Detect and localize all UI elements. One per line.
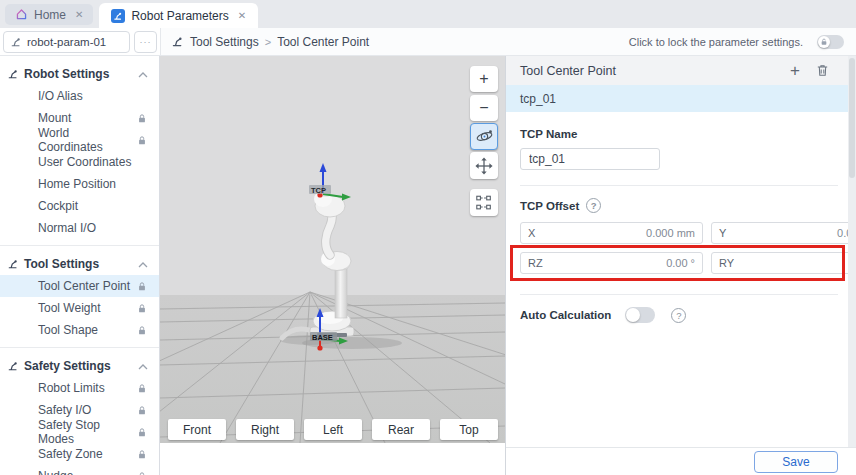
lock-icon [137,405,147,416]
axis-label: X [521,227,546,239]
add-tcp-button[interactable]: + [790,62,800,79]
offset-x-input[interactable] [546,227,702,239]
tcp-item-label: tcp_01 [520,92,556,106]
robot-arm-icon [7,258,19,270]
auto-calculation-toggle[interactable] [625,307,655,323]
tab-robot-parameters[interactable]: Robot Parameters ✕ [99,3,258,28]
sidebar: Robot Settings I/O Alias Mount World Coo… [0,56,160,475]
zoom-out-button[interactable]: − [470,95,498,121]
orbit-mode-button[interactable] [470,123,498,150]
scrollbar-thumb[interactable] [849,58,855,178]
tcp-name-input[interactable] [520,148,660,170]
item-label: Safety I/O [38,403,91,417]
sidebar-item-tool-weight[interactable]: Tool Weight [0,297,159,319]
parameter-select[interactable]: robot-param-01 [3,31,130,53]
offset-ry-input[interactable] [737,257,856,269]
item-label: Tool Shape [38,323,98,337]
tcp-offset-rotation-row: RZ RY RX [520,252,838,274]
lock-icon [137,113,147,124]
item-label: Home Position [38,177,116,191]
sidebar-section-robot-settings[interactable]: Robot Settings [0,62,159,85]
measure-mode-button[interactable] [470,189,498,216]
divider [520,294,838,295]
panel-footer: Save [506,447,856,475]
close-icon[interactable]: ✕ [75,9,83,20]
sidebar-item-safety-zone[interactable]: Safety Zone [0,443,159,465]
parameter-selector-row: robot-param-01 ··· [0,28,160,56]
sidebar-item-home-position[interactable]: Home Position [0,173,159,195]
axis-label: RZ [521,257,546,269]
chevron-up-icon[interactable] [138,257,148,271]
lock-icon [137,449,147,460]
help-icon[interactable]: ? [671,308,686,323]
offset-field-ry: RY [711,252,856,274]
panel-header: Tool Center Point + [506,56,856,85]
parameter-lock-toggle[interactable] [817,35,844,49]
chevron-up-icon[interactable] [138,67,148,81]
view-right-button[interactable]: Right [236,419,294,440]
lock-icon [137,383,147,394]
measure-icon [475,194,493,212]
tcp-label: TCP [311,186,326,195]
view-front-button[interactable]: Front [168,419,226,440]
item-label: Mount [38,111,71,125]
item-label: Safety Zone [38,447,103,461]
offset-field-rz: RZ [520,252,703,274]
view-rear-button[interactable]: Rear [372,419,430,440]
divider [0,347,159,348]
help-icon[interactable]: ? [586,198,601,213]
sidebar-item-robot-limits[interactable]: Robot Limits [0,377,159,399]
divider [520,185,838,186]
lock-icon [137,135,147,146]
breadcrumb-current: Tool Center Point [277,35,369,49]
more-button[interactable]: ··· [134,31,157,53]
item-label: Robot Limits [38,381,105,395]
lock-icon [137,325,147,336]
sidebar-item-nudge[interactable]: Nudge [0,465,159,475]
panel-body: TCP Name TCP Offset ? X Y Z RZ [506,112,856,323]
lock-icon [137,303,147,314]
sidebar-item-tool-center-point[interactable]: Tool Center Point [0,275,159,297]
pan-mode-button[interactable] [470,152,498,179]
sidebar-item-normal-io[interactable]: Normal I/O [0,217,159,239]
pan-icon [475,157,493,175]
delete-tcp-button[interactable] [815,63,830,78]
axis-label: Y [712,227,737,239]
save-button[interactable]: Save [754,451,838,473]
sidebar-item-safety-stop-modes[interactable]: Safety Stop Modes [0,421,159,443]
base-label: BASE [312,333,333,342]
lock-icon [137,471,147,475]
breadcrumb-separator: > [265,36,271,48]
sidebar-section-tool-settings[interactable]: Tool Settings [0,252,159,275]
sidebar-item-cockpit[interactable]: Cockpit [0,195,159,217]
auto-calculation-label: Auto Calculation [520,309,611,321]
item-label: Cockpit [38,199,78,213]
sidebar-item-user-coordinates[interactable]: User Coordinates [0,151,159,173]
tab-home[interactable]: Home ✕ [5,4,93,25]
3d-viewport[interactable]: TCP BASE + − [160,56,505,443]
divider [0,245,159,246]
sidebar-item-world-coordinates[interactable]: World Coordinates [0,129,159,151]
offset-y-input[interactable] [737,227,856,239]
sidebar-section-safety-settings[interactable]: Safety Settings [0,354,159,377]
chevron-up-icon[interactable] [138,359,148,373]
sidebar-item-io-alias[interactable]: I/O Alias [0,85,159,107]
tcp-offset-label: TCP Offset ? [520,198,838,213]
toggle-knob [626,308,640,322]
tcp-offset-text: TCP Offset [520,200,579,212]
item-label: Nudge [38,469,73,475]
panel-scrollbar[interactable] [848,56,856,447]
item-label: Safety Stop Modes [38,418,137,446]
sidebar-item-tool-shape[interactable]: Tool Shape [0,319,159,341]
panel-title: Tool Center Point [520,64,616,78]
lock-hint-text: Click to lock the parameter settings. [629,36,803,48]
zoom-in-button[interactable]: + [470,66,498,92]
view-top-button[interactable]: Top [440,419,498,440]
close-icon[interactable]: ✕ [238,10,246,21]
view-left-button[interactable]: Left [304,419,362,440]
lock-icon [137,427,147,438]
breadcrumb-parent[interactable]: Tool Settings [190,35,259,49]
tcp-list-item[interactable]: tcp_01 [506,85,856,112]
robot-arm-icon [7,360,19,372]
offset-rz-input[interactable] [546,257,702,269]
